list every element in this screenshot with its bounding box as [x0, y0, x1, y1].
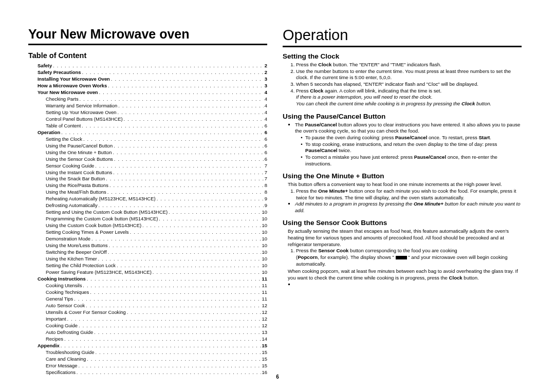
- toc-row: Appendix . . . . . . . . . . . . . . . .…: [38, 343, 267, 349]
- one-minute-note: Add minutes to a program in progress by …: [295, 201, 522, 214]
- toc-label: Defrosting Automatically: [46, 202, 98, 209]
- toc-leader-dots: . . . . . . . . . . . . . . . . . . . . …: [113, 143, 263, 150]
- toc-page-number: 3: [264, 83, 267, 89]
- toc-page-number: 12: [261, 303, 267, 309]
- toc-leader-dots: . . . . . . . . . . . . . . . . . . . . …: [126, 309, 261, 316]
- left-title: Your New Microwave oven: [28, 27, 267, 42]
- toc-page-number: 15: [261, 356, 267, 363]
- toc-leader-dots: . . . . . . . . . . . . . . . . . . . . …: [85, 303, 261, 309]
- toc-row: Troubleshooting Guide . . . . . . . . . …: [38, 349, 267, 356]
- toc-row: Using the One Minute + Button . . . . . …: [38, 150, 267, 156]
- toc-row: Setting Cooking Times & Power Levels . .…: [38, 229, 267, 236]
- toc-page-number: 7: [264, 163, 267, 170]
- toc-page-number: 10: [261, 236, 267, 242]
- two-column-layout: Your New Microwave oven Table of Content…: [28, 27, 527, 376]
- clock-step-3: When 5 seconds has elapsed, "ENTER" indi…: [296, 81, 522, 88]
- toc-leader-dots: . . . . . . . . . . . . . . . . . . . . …: [113, 156, 264, 163]
- toc-leader-dots: . . . . . . . . . . . . . . . . . . . . …: [168, 209, 261, 216]
- toc-page-number: 13: [261, 329, 267, 336]
- toc-row: Safety Precautions . . . . . . . . . . .…: [38, 69, 267, 76]
- toc-page-number: 15: [261, 343, 267, 349]
- toc-leader-dots: . . . . . . . . . . . . . . . . . . . . …: [81, 69, 263, 76]
- toc-leader-dots: . . . . . . . . . . . . . . . . . . . . …: [93, 329, 261, 336]
- section-one-minute-body: This button offers a convenient way to h…: [283, 181, 522, 214]
- toc-page-number: 3: [264, 76, 267, 83]
- toc-page-number: 8: [264, 182, 267, 189]
- toc-row: Using the Pause/Cancel Button . . . . . …: [38, 143, 267, 150]
- toc-page-number: 7: [264, 176, 267, 182]
- toc-leader-dots: . . . . . . . . . . . . . . . . . . . . …: [63, 336, 261, 343]
- toc-leader-dots: . . . . . . . . . . . . . . . . . . . . …: [94, 163, 263, 170]
- toc-row: Programming the Custom Cook button (MS14…: [38, 216, 267, 222]
- toc-label: Setting the Child Protection Lock: [46, 263, 116, 269]
- toc-leader-dots: . . . . . . . . . . . . . . . . . . . . …: [82, 136, 264, 143]
- toc-label: Cooking Guide: [46, 323, 78, 329]
- toc-leader-dots: . . . . . . . . . . . . . . . . . . . . …: [90, 236, 261, 242]
- toc-label: Using the Meat/Fish Buttons: [46, 189, 106, 196]
- toc-label: Care and Cleaning: [46, 356, 86, 363]
- toc-row: Using the Custom Cook button (MS143HCE) …: [38, 222, 267, 229]
- toc-page-number: 2: [264, 69, 267, 76]
- table-of-contents: Safety . . . . . . . . . . . . . . . . .…: [28, 63, 267, 376]
- toc-label: Using the More/Less Buttons: [46, 242, 107, 249]
- toc-leader-dots: . . . . . . . . . . . . . . . . . . . . …: [97, 256, 261, 263]
- toc-row: Important . . . . . . . . . . . . . . . …: [38, 316, 267, 323]
- right-rule: [283, 46, 522, 47]
- toc-label: Setting the Clock: [46, 136, 82, 143]
- toc-row: Installing Your Microwave Oven . . . . .…: [38, 76, 267, 83]
- toc-leader-dots: . . . . . . . . . . . . . . . . . . . . …: [106, 189, 264, 196]
- toc-label: Demonstration Mode: [46, 236, 90, 242]
- toc-row: Using the Kitchen Timer . . . . . . . . …: [38, 256, 267, 263]
- toc-page-number: 8: [264, 189, 267, 196]
- toc-page-number: 2: [264, 63, 267, 69]
- toc-row: Operation . . . . . . . . . . . . . . . …: [38, 129, 267, 136]
- toc-page-number: 10: [261, 222, 267, 229]
- toc-label: Utensils & Cover For Sensor Cooking: [46, 309, 126, 316]
- toc-page-number: 15: [261, 363, 267, 369]
- toc-page-number: 12: [261, 323, 267, 329]
- toc-page-number: 6: [264, 150, 267, 156]
- toc-page-number: 15: [261, 349, 267, 356]
- toc-leader-dots: . . . . . . . . . . . . . . . . . . . . …: [112, 170, 264, 176]
- toc-row: Cooking Utensils . . . . . . . . . . . .…: [38, 283, 267, 289]
- toc-leader-dots: . . . . . . . . . . . . . . . . . . . . …: [78, 323, 261, 329]
- left-rule: [28, 44, 267, 45]
- toc-row: Setting the Clock . . . . . . . . . . . …: [38, 136, 267, 143]
- toc-label: Warranty and Service Information: [46, 103, 117, 109]
- toc-page-number: 4: [264, 89, 267, 96]
- toc-label: Programming the Custom Cook button (MS14…: [46, 216, 158, 222]
- toc-leader-dots: . . . . . . . . . . . . . . . . . . . . …: [89, 289, 261, 296]
- toc-page-number: 7: [264, 170, 267, 176]
- pause-bullet-3: To correct a mistake you have just enter…: [305, 154, 522, 167]
- toc-label: Your New Microwave oven: [38, 89, 98, 96]
- toc-label: Using the Custom Cook button (MS143HCE): [46, 222, 141, 229]
- toc-row: Recipes . . . . . . . . . . . . . . . . …: [38, 336, 267, 343]
- toc-row: Using the Instant Cook Buttons . . . . .…: [38, 170, 267, 176]
- toc-row: Warranty and Service Information . . . .…: [38, 103, 267, 109]
- toc-label: General Tips: [46, 296, 73, 303]
- section-setting-clock-body: Press the Clock button. The "ENTER" and …: [283, 62, 522, 107]
- toc-row: General Tips . . . . . . . . . . . . . .…: [38, 296, 267, 303]
- toc-row: Using the Sensor Cook Buttons . . . . . …: [38, 156, 267, 163]
- toc-page-number: 10: [261, 263, 267, 269]
- toc-page-number: 6: [264, 143, 267, 150]
- toc-label: Appendix: [38, 343, 60, 349]
- toc-leader-dots: . . . . . . . . . . . . . . . . . . . . …: [98, 202, 264, 209]
- section-sensor-cook-body: By actually sensing the steam that escap…: [283, 228, 522, 288]
- toc-leader-dots: . . . . . . . . . . . . . . . . . . . . …: [52, 63, 264, 69]
- section-sensor-cook-heading: Using the Sensor Cook Buttons: [283, 219, 522, 227]
- toc-row: Utensils & Cover For Sensor Cooking . . …: [38, 309, 267, 316]
- toc-leader-dots: . . . . . . . . . . . . . . . . . . . . …: [152, 269, 261, 276]
- toc-row: Defrosting Automatically . . . . . . . .…: [38, 202, 267, 209]
- toc-leader-dots: . . . . . . . . . . . . . . . . . . . . …: [116, 263, 261, 269]
- toc-page-number: 4: [264, 109, 267, 116]
- toc-page-number: 14: [261, 336, 267, 343]
- toc-label: Safety Precautions: [38, 69, 81, 76]
- toc-page-number: 12: [261, 309, 267, 316]
- toc-page-number: 9: [264, 196, 267, 202]
- clock-step-2: Use the number buttons to enter the curr…: [296, 68, 522, 81]
- clock-step-1: Press the Clock button. The "ENTER" and …: [296, 62, 522, 68]
- toc-leader-dots: . . . . . . . . . . . . . . . . . . . . …: [112, 150, 263, 156]
- toc-page-number: 11: [261, 276, 267, 283]
- toc-row: Using the Meat/Fish Buttons . . . . . . …: [38, 189, 267, 196]
